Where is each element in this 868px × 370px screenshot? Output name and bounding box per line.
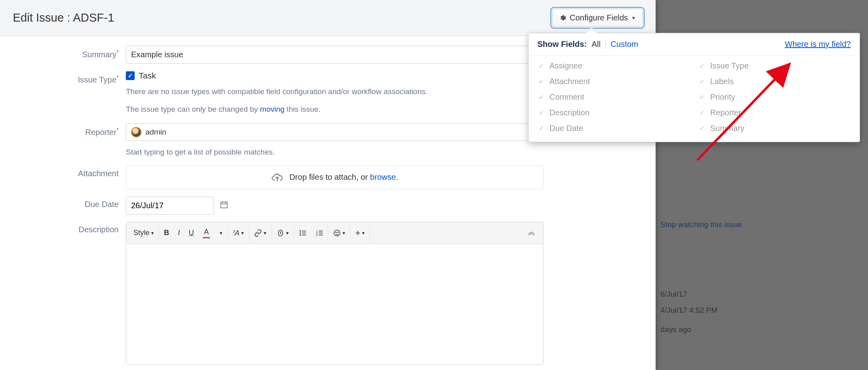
rte-color-caret[interactable]: ▼ bbox=[215, 227, 228, 239]
field-item-priority[interactable]: ✓Priority bbox=[698, 92, 851, 102]
configure-fields-dropdown: Show Fields: All Custom Where is my fiel… bbox=[528, 33, 860, 142]
svg-point-2 bbox=[299, 230, 301, 231]
summary-input[interactable] bbox=[126, 46, 543, 64]
issue-type-helper-2: The issue type can only be changed by mo… bbox=[126, 103, 543, 116]
rte-bullet-list-button[interactable] bbox=[295, 226, 311, 240]
check-icon: ✓ bbox=[698, 109, 705, 117]
svg-rect-7 bbox=[302, 235, 306, 235]
check-icon: ✓ bbox=[698, 94, 705, 101]
issue-type-helper-1: There are no issue types with compatible… bbox=[126, 85, 543, 98]
rte-link-button[interactable]: ▼ bbox=[250, 226, 272, 240]
check-icon: ✓ bbox=[537, 62, 545, 70]
field-item-issue-type[interactable]: ✓Issue Type bbox=[698, 61, 851, 70]
show-fields-all[interactable]: All bbox=[591, 40, 606, 49]
bullet-list-icon bbox=[299, 229, 307, 237]
field-item-attachment[interactable]: ✓Attachment bbox=[537, 77, 690, 86]
rte-style-button[interactable]: Style ▼ bbox=[129, 225, 159, 240]
reporter-helper: Start typing to get a list of possible m… bbox=[126, 146, 543, 159]
svg-rect-0 bbox=[221, 202, 228, 208]
paperclip-icon bbox=[277, 229, 285, 237]
date-text-2: 4/Jul/17 4:52 PM bbox=[660, 306, 718, 315]
svg-rect-6 bbox=[302, 233, 306, 233]
moving-link[interactable]: moving bbox=[260, 105, 285, 113]
issue-type-label: Issue Type* bbox=[0, 71, 126, 84]
field-item-labels[interactable]: ✓Labels bbox=[698, 77, 851, 86]
svg-rect-13 bbox=[319, 235, 323, 235]
watch-link[interactable]: Stop watching this issue bbox=[660, 220, 742, 229]
svg-point-4 bbox=[299, 234, 301, 235]
edit-issue-dialog: Edit Issue : ADSF-1 Configure Fields ▼ S… bbox=[0, 0, 656, 370]
rte-insert-button[interactable]: + ▼ bbox=[351, 225, 370, 241]
upload-cloud-icon bbox=[271, 173, 283, 183]
where-is-my-field-link[interactable]: Where is my field? bbox=[785, 40, 851, 49]
rte-number-list-button[interactable]: 123 bbox=[312, 226, 328, 240]
dialog-title: Edit Issue : ADSF-1 bbox=[13, 11, 114, 24]
rte-bold-button[interactable]: B bbox=[160, 225, 173, 240]
emoji-icon bbox=[333, 229, 341, 237]
browse-link[interactable]: browse bbox=[370, 173, 396, 181]
task-icon: ✓ bbox=[126, 71, 135, 80]
svg-rect-12 bbox=[319, 233, 323, 233]
svg-rect-11 bbox=[319, 231, 323, 231]
rte-italic-button[interactable]: I bbox=[174, 225, 184, 240]
check-icon: ✓ bbox=[537, 94, 545, 101]
field-item-assignee[interactable]: ✓Assignee bbox=[537, 61, 690, 70]
check-icon: ✓ bbox=[698, 62, 705, 70]
attachment-label: Attachment bbox=[0, 166, 126, 178]
gear-icon bbox=[559, 14, 566, 22]
calendar-icon[interactable] bbox=[220, 200, 228, 211]
check-icon: ✓ bbox=[698, 125, 705, 132]
svg-text:3: 3 bbox=[316, 233, 317, 236]
dialog-header: Edit Issue : ADSF-1 Configure Fields ▼ bbox=[0, 0, 656, 36]
reporter-input[interactable]: admin bbox=[126, 123, 543, 141]
svg-point-15 bbox=[335, 232, 336, 233]
rte-attach-button[interactable]: ▼ bbox=[273, 226, 294, 240]
svg-point-14 bbox=[334, 230, 340, 236]
rte-underline-button[interactable]: U bbox=[185, 225, 198, 240]
issue-type-value: ✓ Task bbox=[126, 71, 543, 80]
field-item-summary[interactable]: ✓Summary bbox=[698, 124, 851, 133]
check-icon: ✓ bbox=[537, 109, 545, 117]
fields-column-1: ✓Assignee ✓Attachment ✓Comment ✓Descript… bbox=[537, 61, 690, 133]
rich-text-editor: Style ▼ B I U A ▼ ᴈA ▼ ▼ ▼ bbox=[126, 222, 543, 365]
link-icon bbox=[254, 229, 262, 237]
due-date-input[interactable] bbox=[126, 197, 214, 215]
configure-fields-button[interactable]: Configure Fields ▼ bbox=[552, 9, 643, 27]
rte-toolbar: Style ▼ B I U A ▼ ᴈA ▼ ▼ ▼ bbox=[126, 222, 543, 244]
fields-column-2: ✓Issue Type ✓Labels ✓Priority ✓Reporter … bbox=[698, 61, 851, 133]
date-text-3: days ago bbox=[660, 325, 691, 334]
check-icon: ✓ bbox=[537, 125, 545, 132]
due-date-label: Due Date bbox=[0, 197, 126, 209]
date-text-1: 6/Jul/17 bbox=[660, 290, 687, 299]
check-icon: ✓ bbox=[537, 78, 545, 85]
reporter-value: admin bbox=[145, 128, 166, 137]
rte-collapse-button[interactable] bbox=[523, 227, 540, 239]
show-fields-custom[interactable]: Custom bbox=[611, 40, 638, 49]
svg-rect-5 bbox=[302, 231, 306, 231]
avatar-icon bbox=[131, 127, 141, 137]
reporter-label: Reporter* bbox=[0, 123, 126, 137]
field-item-due-date[interactable]: ✓Due Date bbox=[537, 124, 690, 133]
caret-down-icon: ▼ bbox=[631, 15, 636, 21]
field-item-description[interactable]: ✓Description bbox=[537, 108, 690, 117]
rte-textarea[interactable] bbox=[126, 244, 543, 364]
number-list-icon: 123 bbox=[316, 229, 324, 237]
svg-point-16 bbox=[337, 232, 338, 233]
summary-label: Summary* bbox=[0, 46, 126, 59]
field-item-reporter[interactable]: ✓Reporter bbox=[698, 108, 851, 117]
field-item-comment[interactable]: ✓Comment bbox=[537, 92, 690, 102]
svg-point-3 bbox=[299, 232, 301, 233]
rte-emoji-button[interactable]: ▼ bbox=[329, 226, 351, 240]
check-icon: ✓ bbox=[698, 78, 705, 85]
show-fields-label: Show Fields: bbox=[537, 40, 587, 49]
configure-fields-label: Configure Fields bbox=[569, 13, 628, 22]
description-label: Description bbox=[0, 222, 126, 234]
rte-clear-format-button[interactable]: ᴈA ▼ bbox=[228, 225, 249, 241]
attachment-dropzone[interactable]: Drop files to attach, or browse. bbox=[126, 166, 543, 189]
rte-text-color-button[interactable]: A bbox=[199, 226, 214, 240]
chevrons-icon bbox=[527, 230, 536, 236]
